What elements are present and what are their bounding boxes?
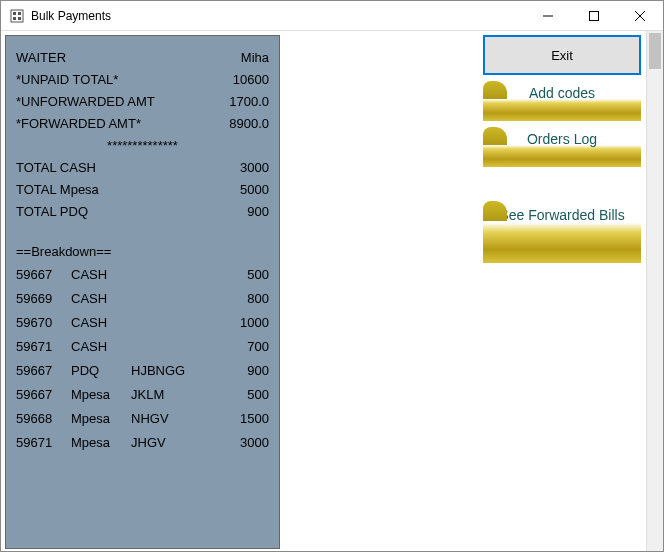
breakdown-ref: JKLM [131,387,191,402]
forwarded-value: 8900.0 [229,116,269,131]
breakdown-method: PDQ [71,363,131,378]
client-area: WAITER Miha *UNPAID TOTAL* 10600 *UNFORW… [1,31,663,552]
svg-rect-2 [18,12,21,15]
summary-row-total-mpesa: TOTAL Mpesa 5000 [16,178,269,200]
breakdown-id: 59669 [16,291,71,306]
breakdown-method: CASH [71,291,131,306]
total-cash-value: 3000 [240,160,269,175]
breakdown-id: 59667 [16,267,71,282]
forwarded-label: *FORWARDED AMT* [16,116,141,131]
breakdown-id: 59671 [16,435,71,450]
minimize-button[interactable] [525,1,571,31]
summary-row-total-pdq: TOTAL PDQ 900 [16,200,269,222]
breakdown-method: CASH [71,267,131,282]
waiter-label: WAITER [16,50,66,65]
breakdown-row: 59668MpesaNHGV1500 [16,406,269,430]
breakdown-method: Mpesa [71,387,131,402]
breakdown-row: 59667PDQHJBNGG900 [16,358,269,382]
exit-button[interactable]: Exit [483,35,641,75]
app-icon [9,8,25,24]
right-panel: Exit Add codes Orders Log See Forwarded … [284,31,663,552]
breakdown-row: 59670CASH1000 [16,310,269,334]
breakdown-id: 59671 [16,339,71,354]
vertical-scrollbar[interactable] [646,31,663,552]
breakdown-method: CASH [71,339,131,354]
unpaid-label: *UNPAID TOTAL* [16,72,118,87]
titlebar: Bulk Payments [1,1,663,31]
breakdown-amount: 500 [191,387,269,402]
breakdown-ref: HJBNGG [131,363,191,378]
breakdown-row: 59669CASH800 [16,286,269,310]
breakdown-header: ==Breakdown== [16,240,269,262]
breakdown-id: 59667 [16,387,71,402]
unforwarded-label: *UNFORWARDED AMT [16,94,155,109]
close-button[interactable] [617,1,663,31]
breakdown-method: Mpesa [71,435,131,450]
breakdown-id: 59670 [16,315,71,330]
breakdown-amount: 900 [191,363,269,378]
summary-panel: WAITER Miha *UNPAID TOTAL* 10600 *UNFORW… [5,35,280,549]
breakdown-id: 59668 [16,411,71,426]
svg-rect-0 [11,10,23,22]
total-pdq-label: TOTAL PDQ [16,204,88,219]
divider-stars: ************** [16,134,269,156]
breakdown-amount: 800 [191,291,269,306]
see-forwarded-button[interactable]: See Forwarded Bills [483,201,641,263]
window-title: Bulk Payments [31,9,525,23]
breakdown-amount: 1500 [191,411,269,426]
summary-row-forwarded: *FORWARDED AMT* 8900.0 [16,112,269,134]
breakdown-amount: 3000 [191,435,269,450]
add-codes-button[interactable]: Add codes [483,81,641,121]
breakdown-ref: NHGV [131,411,191,426]
breakdown-row: 59667CASH500 [16,262,269,286]
summary-row-total-cash: TOTAL CASH 3000 [16,156,269,178]
see-forwarded-label: See Forwarded Bills [499,207,624,223]
unforwarded-value: 1700.0 [229,94,269,109]
svg-rect-6 [590,11,599,20]
breakdown-method: CASH [71,315,131,330]
orders-log-label: Orders Log [527,131,597,147]
breakdown-row: 59667MpesaJKLM500 [16,382,269,406]
total-mpesa-label: TOTAL Mpesa [16,182,99,197]
unpaid-value: 10600 [233,72,269,87]
total-mpesa-value: 5000 [240,182,269,197]
add-codes-label: Add codes [529,85,595,101]
total-cash-label: TOTAL CASH [16,160,96,175]
svg-rect-4 [18,17,21,20]
orders-log-button[interactable]: Orders Log [483,127,641,167]
breakdown-list: 59667CASH50059669CASH80059670CASH1000596… [16,262,269,454]
waiter-value: Miha [241,50,269,65]
summary-row-unforwarded: *UNFORWARDED AMT 1700.0 [16,90,269,112]
svg-rect-1 [13,12,16,15]
breakdown-amount: 700 [191,339,269,354]
summary-row-unpaid: *UNPAID TOTAL* 10600 [16,68,269,90]
scrollbar-thumb[interactable] [649,33,661,69]
maximize-button[interactable] [571,1,617,31]
breakdown-ref: JHGV [131,435,191,450]
total-pdq-value: 900 [247,204,269,219]
breakdown-row: 59671CASH700 [16,334,269,358]
breakdown-id: 59667 [16,363,71,378]
svg-rect-3 [13,17,16,20]
summary-row-waiter: WAITER Miha [16,46,269,68]
breakdown-amount: 500 [191,267,269,282]
breakdown-method: Mpesa [71,411,131,426]
breakdown-amount: 1000 [191,315,269,330]
breakdown-row: 59671MpesaJHGV3000 [16,430,269,454]
